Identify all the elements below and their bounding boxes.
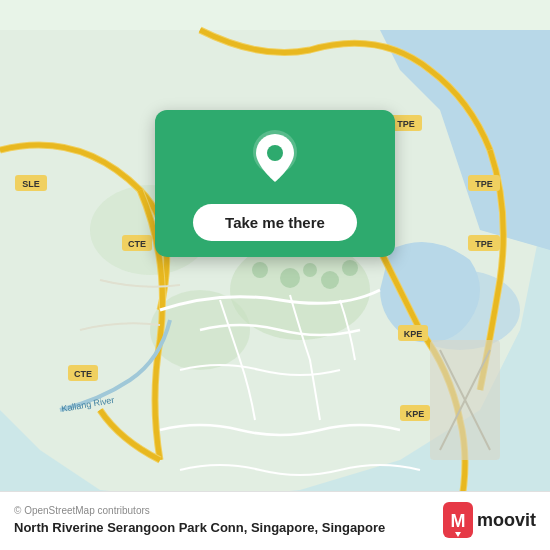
map-background: SLE TPE TPE TPE CTE CTE KPE KPE Kallang …	[0, 0, 550, 550]
svg-point-33	[267, 145, 283, 161]
popup-card: Take me there	[155, 110, 395, 257]
svg-text:KPE: KPE	[406, 409, 425, 419]
svg-text:TPE: TPE	[475, 239, 493, 249]
map-container: SLE TPE TPE TPE CTE CTE KPE KPE Kallang …	[0, 0, 550, 550]
bottom-bar: © OpenStreetMap contributors North River…	[0, 491, 550, 550]
svg-text:CTE: CTE	[74, 369, 92, 379]
moovit-brand-name: moovit	[477, 510, 536, 531]
svg-text:SLE: SLE	[22, 179, 40, 189]
svg-text:TPE: TPE	[397, 119, 415, 129]
svg-point-29	[303, 263, 317, 277]
svg-text:M: M	[450, 511, 465, 531]
bottom-left: © OpenStreetMap contributors North River…	[14, 505, 385, 535]
svg-point-28	[280, 268, 300, 288]
svg-text:KPE: KPE	[404, 329, 423, 339]
svg-text:TPE: TPE	[475, 179, 493, 189]
location-name: North Riverine Serangoon Park Conn, Sing…	[14, 520, 385, 535]
moovit-logo: M moovit	[443, 502, 536, 538]
svg-point-30	[321, 271, 339, 289]
take-me-there-button[interactable]: Take me there	[193, 204, 357, 241]
location-pin-icon	[249, 130, 301, 190]
moovit-app-icon: M	[443, 502, 473, 538]
location-icon-wrap	[245, 130, 305, 190]
svg-text:CTE: CTE	[128, 239, 146, 249]
copyright-text: © OpenStreetMap contributors	[14, 505, 385, 516]
svg-point-31	[342, 260, 358, 276]
svg-point-27	[252, 262, 268, 278]
